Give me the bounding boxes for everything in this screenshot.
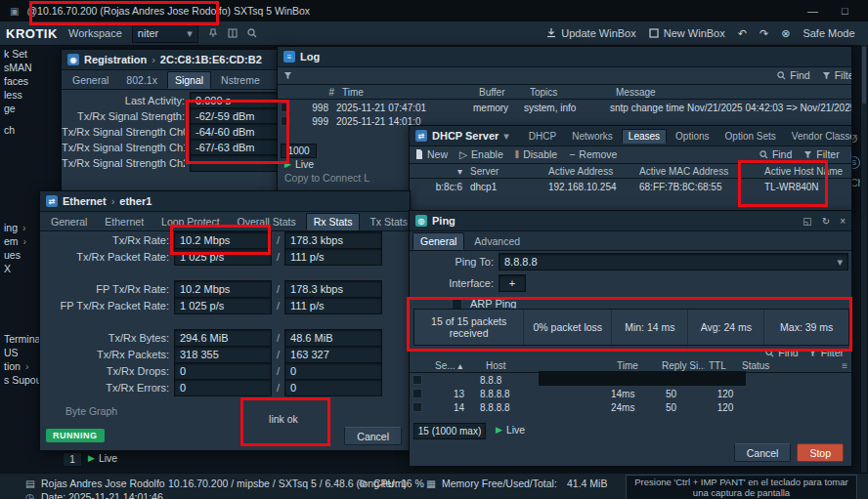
- enable-button[interactable]: ▷ Enable: [459, 148, 503, 160]
- cancel-button[interactable]: Cancel: [344, 427, 402, 445]
- row-checkbox[interactable]: [281, 116, 290, 126]
- sidebar-item-dot1x[interactable]: X: [4, 262, 16, 274]
- column-time[interactable]: Time: [338, 87, 475, 98]
- log-filter-button[interactable]: Filter: [822, 69, 852, 81]
- tab-rx-stats[interactable]: Rx Stats: [306, 213, 361, 230]
- row-checkbox[interactable]: [412, 402, 422, 412]
- tab-dhcp[interactable]: DHCP: [522, 129, 563, 144]
- ping-row[interactable]: 13 8.8.8.8 14ms 50 120: [410, 387, 851, 400]
- sidebar-item-bridge[interactable]: ge: [4, 102, 21, 114]
- tab-general[interactable]: General: [65, 71, 116, 89]
- layout-icon[interactable]: [228, 28, 238, 38]
- sidebar-item-interfaces[interactable]: faces: [4, 74, 33, 87]
- search-icon[interactable]: [247, 28, 257, 38]
- ethernet-titlebar[interactable]: ⇄ Ethernet › ether1: [40, 191, 410, 212]
- tab-option-sets[interactable]: Option Sets: [718, 129, 783, 144]
- safe-mode-toggle[interactable]: Safe Mode: [803, 27, 854, 39]
- ping-find-button[interactable]: Find: [765, 347, 798, 358]
- redo-icon[interactable]: ↷: [760, 27, 768, 40]
- registration-titlebar[interactable]: ◉ Registration › 2C:C8:1B:E6:CD:B2: [62, 50, 289, 70]
- window-titlebar[interactable]: ▣ @10.16.70.200 (Rojas Andres Jose Rodol…: [0, 0, 868, 21]
- row-checkbox[interactable]: [412, 375, 422, 385]
- tab-leases[interactable]: Leases: [622, 129, 667, 144]
- ping-to-input[interactable]: 8.8.8.8 ▾: [499, 253, 848, 270]
- tab-general[interactable]: General: [43, 213, 95, 230]
- column-server[interactable]: Server: [466, 166, 544, 177]
- fragment-log-live-button[interactable]: ▶ Live: [284, 158, 314, 170]
- column-active-host[interactable]: Active Host Name: [760, 166, 852, 177]
- columns-icon[interactable]: □: [851, 148, 852, 160]
- sidebar-item-capsman[interactable]: sMAN: [4, 61, 37, 73]
- refresh-icon[interactable]: ↻: [822, 216, 830, 227]
- minimize-icon[interactable]: —: [807, 5, 818, 17]
- remove-button[interactable]: − Remove: [569, 148, 617, 160]
- sidebar-item-system[interactable]: em›: [4, 234, 26, 247]
- column-reply-size[interactable]: Reply Si...: [658, 360, 705, 371]
- ping-titlebar[interactable]: ◎ Ping ◱ ↻ ×: [410, 211, 851, 231]
- interface-add-button[interactable]: +: [499, 274, 526, 292]
- log-row[interactable]: 998 2025-11-21 07:47:01 memory system, i…: [278, 101, 851, 114]
- ping-filter-button[interactable]: Filter: [808, 347, 844, 358]
- disable-button[interactable]: ‖ Disable: [515, 148, 557, 160]
- column-message[interactable]: Message: [612, 87, 851, 98]
- sidebar-item-switch[interactable]: ch: [4, 123, 20, 136]
- row-checkbox[interactable]: [412, 389, 422, 398]
- right-scrollbar[interactable]: [860, 45, 867, 473]
- tab-8021x[interactable]: 802.1x: [118, 71, 165, 89]
- column-ttl[interactable]: TTL: [705, 360, 738, 371]
- tab-networks[interactable]: Networks: [565, 129, 620, 144]
- column-buffer[interactable]: Buffer: [475, 87, 526, 98]
- tab-nstreme[interactable]: Nstreme: [213, 71, 268, 89]
- sidebar-item-queues[interactable]: ues: [4, 248, 25, 261]
- close-icon[interactable]: ×: [840, 216, 846, 227]
- end-session-icon[interactable]: ⊗: [781, 27, 790, 40]
- menu-icon[interactable]: ≡: [838, 360, 851, 371]
- scrollbar-thumb[interactable]: [862, 47, 866, 104]
- update-winbox-button[interactable]: Update WinBox: [546, 27, 635, 39]
- tab-general[interactable]: General: [412, 232, 464, 250]
- column-active-address[interactable]: Active Address: [544, 166, 635, 177]
- tab-loop-protect[interactable]: Loop Protect: [153, 213, 228, 230]
- tab-signal[interactable]: Signal: [167, 71, 211, 89]
- column-active-mac[interactable]: Active MAC Address: [635, 166, 760, 177]
- sidebar-item-wireless[interactable]: less: [4, 88, 27, 101]
- log-titlebar[interactable]: ≡ Log: [278, 47, 851, 67]
- sidebar-item-quick-set[interactable]: k Set: [4, 47, 32, 60]
- ping-row[interactable]: 14 8.8.8.8 24ms 50 120: [410, 400, 851, 414]
- new-winbox-button[interactable]: New WinBox: [649, 27, 725, 39]
- tab-advanced[interactable]: Advanced: [466, 232, 528, 250]
- tab-vendor-classes[interactable]: Vendor Classes: [785, 129, 851, 144]
- tab-ethernet[interactable]: Ethernet: [97, 213, 152, 230]
- dhcp-lease-row[interactable]: b:8c:6 dhcp1 192.168.10.254 68:FF:7B:8C:…: [410, 180, 851, 193]
- detach-icon[interactable]: ◱: [803, 216, 811, 227]
- new-button[interactable]: New: [415, 148, 448, 160]
- log-find-button[interactable]: Find: [777, 69, 809, 81]
- column-seq[interactable]: Se... ▴: [431, 360, 474, 371]
- ping-live-button[interactable]: ▶ Live: [496, 424, 525, 436]
- column-host[interactable]: Host: [474, 360, 613, 371]
- cancel-button[interactable]: Cancel: [734, 443, 792, 462]
- filter-funnel-icon[interactable]: [283, 71, 292, 80]
- sidebar-item-radius[interactable]: US: [4, 346, 23, 358]
- tab-tx-stats[interactable]: Tx Stats: [362, 213, 410, 230]
- sidebar-item-routing[interactable]: ing›: [4, 221, 26, 233]
- dhcp-filter-button[interactable]: Filter: [803, 148, 839, 160]
- pin-icon[interactable]: [208, 28, 218, 38]
- sort-icon[interactable]: ▾: [410, 166, 466, 177]
- dhcp-titlebar[interactable]: ⇄ DHCP Server ▾ DHCP Networks Leases Opt…: [410, 126, 851, 146]
- undo-icon[interactable]: ↶: [738, 27, 747, 40]
- row-checkbox[interactable]: [281, 103, 290, 112]
- column-status[interactable]: Status: [738, 360, 838, 371]
- stop-button[interactable]: Stop: [797, 443, 844, 462]
- tab-overall-stats[interactable]: Overall Stats: [230, 213, 304, 230]
- column-time[interactable]: Time: [613, 360, 658, 371]
- column-num[interactable]: #: [299, 87, 338, 98]
- arp-ping-checkbox[interactable]: [452, 299, 462, 310]
- maximize-icon[interactable]: □: [842, 5, 848, 17]
- column-topics[interactable]: Topics: [526, 87, 612, 98]
- dhcp-find-button[interactable]: Find: [760, 148, 792, 160]
- tab-options[interactable]: Options: [669, 129, 716, 144]
- fragment-live-button[interactable]: ▶ Live: [88, 452, 117, 464]
- workspace-select[interactable]: niter ▾: [132, 24, 198, 43]
- sidebar-item-partition[interactable]: tion›: [4, 359, 28, 372]
